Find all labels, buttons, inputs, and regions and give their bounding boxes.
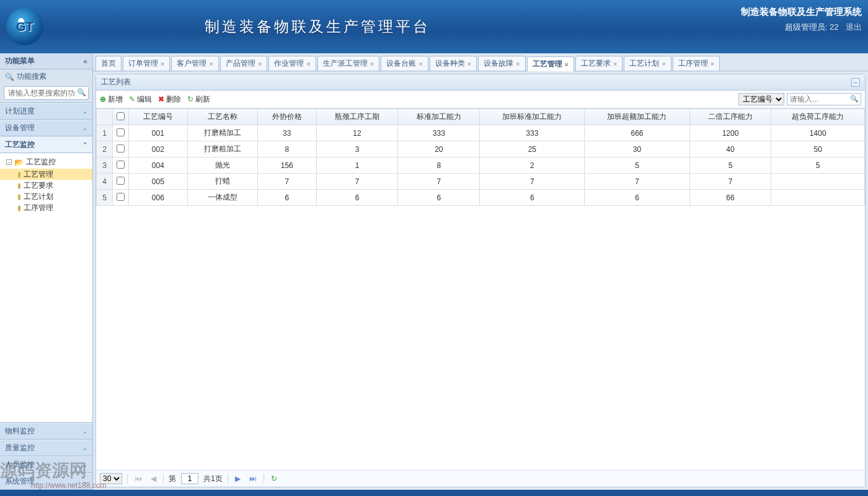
tab[interactable]: 作业管理× [268,56,316,71]
file-icon: ▮ [17,169,21,180]
filter-search-icon[interactable]: 🔍 [850,95,859,103]
column-header[interactable]: 外协价格 [257,109,316,125]
tab[interactable]: 首页 [95,56,122,71]
cell: 7 [316,174,398,190]
panel-title: 工艺列表 [101,77,131,87]
plus-icon: ⊕ [100,95,106,104]
row-number: 5 [97,190,113,206]
add-button[interactable]: ⊕新增 [100,94,123,105]
row-number: 1 [97,125,113,141]
pager-page-prefix: 第 [169,474,176,484]
pager-prev-button[interactable]: ◀ [149,474,158,483]
row-checkbox[interactable] [117,128,125,136]
search-submit-icon[interactable]: 🔍 [77,88,86,97]
tab-close-icon[interactable]: × [711,60,714,68]
pager-total-label: 共1页 [203,474,223,484]
tab[interactable]: 设备种类× [430,56,477,71]
tab-close-icon[interactable]: × [370,60,374,68]
tab[interactable]: 设备台账× [381,56,428,71]
row-checkbox[interactable] [117,161,125,169]
column-header[interactable]: 标准加工能力 [398,109,480,125]
table-row[interactable]: 3004抛光156182555 [97,157,865,174]
table-row[interactable]: 4005打蜡777777 [97,174,865,190]
cell: 2 [480,157,585,174]
tab-close-icon[interactable]: × [516,60,520,68]
logout-link[interactable]: 退出 [846,22,862,32]
page-size-select[interactable]: 30 [100,473,122,484]
pager-next-button[interactable]: ▶ [233,474,242,483]
column-header[interactable]: 二倍工序能力 [689,109,771,125]
pager-refresh-button[interactable]: ↻ [269,474,279,483]
tab[interactable]: 订单管理× [123,56,170,71]
refresh-button[interactable]: ↻刷新 [187,94,210,105]
select-all-checkbox[interactable] [117,112,125,120]
cell: 333 [398,125,480,141]
cell: 5 [689,157,771,174]
sidebar-section-device[interactable]: 设备管理 ⌄ [0,120,92,136]
footer-bar [0,490,868,496]
pager-first-button[interactable]: ⏮ [133,474,144,483]
sidebar-section-staff[interactable]: 人员监控 ⌄ [0,456,92,473]
filter-field-select[interactable]: 工艺编号 [738,93,784,105]
table-row[interactable]: 1001打磨精加工331233333366612001400 [97,125,865,141]
tab-close-icon[interactable]: × [161,60,164,68]
sidebar-collapse-button[interactable]: « [83,57,87,66]
tab-close-icon[interactable]: × [565,61,569,68]
tab-close-icon[interactable]: × [613,60,617,68]
tree-item[interactable]: ▮工艺管理 [0,169,92,180]
sidebar-section-system[interactable]: 系统管理 ⌄ [0,473,92,490]
tab-close-icon[interactable]: × [306,60,310,68]
system-name: 制造装备物联及生产管理系统 [741,6,862,18]
tab[interactable]: 工艺管理× [527,56,574,71]
cell: 5 [585,157,689,174]
pager-last-button[interactable]: ⏭ [247,474,259,483]
cell [771,174,865,190]
sidebar-section-process[interactable]: 工艺监控 ⌃ [0,136,92,153]
tree-item[interactable]: ▮工序管理 [0,202,92,213]
column-header[interactable]: 工艺编号 [129,109,188,125]
column-header[interactable]: 加班超额加工能力 [585,109,689,125]
tab-close-icon[interactable]: × [258,60,262,68]
tab-bar: 首页订单管理×客户管理×产品管理×作业管理×生产派工管理×设备台账×设备种类×设… [93,53,868,71]
app-header: 制造装备物联及生产管理平台 制造装备物联及生产管理系统 超级管理员: 22 退出 [0,0,868,53]
sidebar-section-label: 计划进度 [5,106,35,117]
sidebar-section-plan[interactable]: 计划进度 ⌄ [0,103,92,120]
cell: 7 [257,174,316,190]
tab-close-icon[interactable]: × [418,60,422,68]
column-header[interactable]: 加班标准加工能力 [480,109,585,125]
table-row[interactable]: 5006一体成型6666666 [97,190,865,206]
tab[interactable]: 设备故障× [478,56,525,71]
tab[interactable]: 工艺要求× [575,56,622,71]
panel-collapse-button[interactable]: – [851,78,860,87]
sidebar-section-label: 物料监控 [5,426,35,436]
chevron-down-icon: ⌄ [82,108,87,115]
tab[interactable]: 产品管理× [220,56,267,71]
row-checkbox[interactable] [117,177,125,185]
tree-item[interactable]: ▮工艺要求 [0,180,92,191]
row-checkbox[interactable] [117,193,125,201]
pager-page-input[interactable] [181,473,198,484]
tab-close-icon[interactable]: × [662,60,665,68]
column-header[interactable]: 瓶颈工序工期 [316,109,398,125]
sidebar-section-material[interactable]: 物料监控 ⌄ [0,423,92,440]
column-header[interactable]: 超负荷工序能力 [771,109,865,125]
tab[interactable]: 客户管理× [171,56,218,71]
sidebar-section-quality[interactable]: 质量监控 ⌄ [0,440,92,456]
tree-item[interactable]: ▮工艺计划 [0,191,92,202]
tab[interactable]: 工序管理× [673,56,720,71]
delete-button[interactable]: ✖删除 [158,94,181,105]
tab[interactable]: 生产派工管理× [317,56,379,71]
chevron-down-icon: ⌄ [82,428,87,435]
tab-close-icon[interactable]: × [467,60,471,68]
tab-close-icon[interactable]: × [209,60,213,68]
tab[interactable]: 工艺计划× [624,56,671,71]
edit-button[interactable]: ✎编辑 [129,94,152,105]
cell: 1 [316,157,398,174]
row-checkbox[interactable] [117,144,125,153]
table-row[interactable]: 2002打磨粗加工832025304050 [97,141,865,157]
column-header[interactable]: 工艺名称 [187,109,257,125]
row-number: 3 [97,157,113,174]
tree-root-process[interactable]: - 📂 工艺监控 [0,156,92,169]
tree-item-label: 工艺计划 [24,191,53,202]
function-search-input[interactable] [4,86,89,100]
